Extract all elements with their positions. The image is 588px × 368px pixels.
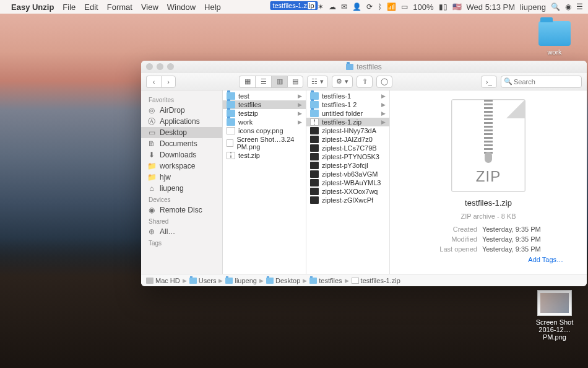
notification-icon[interactable]: ☰	[576, 2, 583, 11]
file-row[interactable]: testfiles▶	[223, 100, 306, 109]
menu-help[interactable]: Help	[204, 2, 221, 12]
view-columns-button[interactable]: ▥	[271, 76, 287, 88]
minimize-icon[interactable]	[157, 63, 163, 70]
menubar-clock[interactable]: Wed 5:13 PM	[467, 2, 516, 12]
file-row[interactable]: ziptest-JAIZd7z0	[306, 135, 389, 144]
bluetooth-icon[interactable]: ᛒ	[378, 2, 382, 11]
column-2: testfiles-1▶testfiles-1 2▶untitled folde…	[306, 90, 390, 274]
sidebar-item-label: Documents	[160, 139, 197, 148]
forward-button[interactable]: ›	[161, 76, 176, 88]
display-icon[interactable]: ▭	[401, 2, 408, 11]
file-name: untitled folder	[322, 110, 363, 117]
view-icons-button[interactable]: ▦	[239, 76, 255, 88]
file-row[interactable]: test.zip	[223, 151, 306, 160]
siri-icon[interactable]: ◉	[565, 2, 571, 11]
sidebar-item-icon: ◎	[147, 107, 156, 114]
file-row[interactable]: testzip▶	[223, 109, 306, 118]
wifi-icon[interactable]: 📶	[387, 2, 396, 11]
app-name[interactable]: Easy Unzip	[11, 2, 54, 12]
file-name: icons copy.png	[238, 127, 283, 134]
path-segment[interactable]: testfiles	[309, 277, 342, 284]
close-icon[interactable]	[146, 63, 153, 70]
back-button[interactable]: ‹	[146, 76, 161, 88]
menubar-user[interactable]: liupeng	[520, 2, 546, 12]
path-segment-label: Desktop	[275, 277, 300, 284]
preview-filename: testfiles-1.zip	[395, 198, 582, 208]
window-titlebar[interactable]: testfiles	[141, 61, 587, 73]
sidebar-item-applications[interactable]: ⒶApplications	[141, 116, 222, 127]
sync-icon[interactable]: ⟳	[366, 2, 373, 11]
term-icon	[310, 188, 319, 195]
file-row[interactable]: ziptest-vb63aVGM	[306, 170, 389, 178]
file-row[interactable]: Screen Shot…3.24 PM.png	[223, 135, 306, 151]
search-input[interactable]	[501, 76, 582, 88]
path-segment[interactable]: Desktop	[266, 277, 300, 284]
file-row[interactable]: ziptest-zGlXwcPf	[306, 196, 389, 204]
sidebar-item-icon: ⊕	[147, 228, 156, 235]
desktop-folder-work[interactable]: work	[532, 21, 577, 56]
preview-kind: ZIP archive - 8 KB	[395, 212, 582, 220]
meta-value: Yesterday, 9:35 PM	[482, 235, 541, 243]
file-row[interactable]: ziptest-XXOox7wq	[306, 187, 389, 196]
file-row[interactable]: testfiles-1.zip▶	[306, 118, 389, 126]
sidebar-item-icon: 🗎	[147, 140, 156, 147]
file-row[interactable]: ziptest-PTYNO5K3	[306, 152, 389, 161]
file-row[interactable]: untitled folder▶	[306, 109, 389, 118]
view-list-button[interactable]: ☰	[255, 76, 271, 88]
file-name: testfiles-1	[322, 92, 351, 100]
share-button[interactable]: ⇧	[357, 76, 373, 88]
view-coverflow-button[interactable]: ▤	[287, 76, 303, 88]
sidebar-item-downloads[interactable]: ⬇Downloads	[141, 149, 222, 160]
tags-button[interactable]: ◯	[376, 76, 392, 88]
cloud-icon[interactable]: ☁	[329, 2, 336, 11]
file-row[interactable]: testfiles-1▶	[306, 92, 389, 100]
path-segment[interactable]: testfiles-1.zip	[352, 277, 400, 284]
file-row[interactable]: test▶	[223, 92, 306, 100]
zoom-icon[interactable]	[167, 63, 174, 70]
chevron-right-icon: ▶	[298, 119, 302, 125]
add-tags-link[interactable]: Add Tags…	[528, 256, 563, 263]
sidebar-item-documents[interactable]: 🗎Documents	[141, 138, 222, 149]
sidebar-item-hjw[interactable]: 📁hjw	[141, 172, 222, 183]
sidebar-item-desktop[interactable]: ▭Desktop	[141, 127, 222, 138]
battery-icon[interactable]: ▮▯	[439, 2, 447, 11]
file-name: testzip	[238, 110, 258, 117]
file-name: work	[238, 118, 253, 126]
menu-window[interactable]: Window	[167, 2, 196, 12]
file-row[interactable]: ziptest-WBAuYML3	[306, 178, 389, 187]
user-icon[interactable]: 👤	[352, 2, 361, 11]
sidebar-item-workspace[interactable]: 📁workspace	[141, 160, 222, 172]
spotlight-icon[interactable]: 🔍	[551, 2, 560, 11]
path-segment[interactable]: Users	[189, 277, 217, 284]
file-row[interactable]: work▶	[223, 118, 306, 126]
input-flag-icon[interactable]: 🇺🇸	[452, 2, 462, 11]
path-segment[interactable]: liupeng	[225, 277, 256, 284]
file-row[interactable]: testfiles-1 2▶	[306, 100, 389, 109]
desktop-screenshot[interactable]: Screen Shot 2016-12…PM.png	[529, 290, 581, 341]
file-name: ziptest-HNyy73dA	[322, 127, 376, 134]
path-segment[interactable]: Mac HD	[146, 277, 180, 284]
evernote-icon[interactable]: ✶	[318, 2, 324, 11]
sidebar-item-remote-disc[interactable]: ◉Remote Disc	[141, 204, 222, 216]
wechat-icon[interactable]: ✉	[341, 2, 347, 11]
sidebar-item-airdrop[interactable]: ◎AirDrop	[141, 105, 222, 116]
file-row[interactable]: icons copy.png	[223, 126, 306, 135]
traffic-lights[interactable]	[146, 63, 174, 70]
file-row[interactable]: ziptest-pY3ofcjl	[306, 161, 389, 170]
menu-edit[interactable]: Edit	[84, 2, 98, 12]
action-button[interactable]: ⚙ ▾	[332, 76, 353, 88]
arrange-button[interactable]: ☷ ▾	[307, 76, 328, 88]
menu-file[interactable]: File	[63, 2, 76, 12]
file-row[interactable]: ziptest-LCs7C79B	[306, 144, 389, 152]
folder-icon	[227, 118, 235, 126]
file-row[interactable]: ziptest-HNyy73dA	[306, 126, 389, 135]
zip-icon	[310, 118, 319, 126]
term-icon	[310, 196, 319, 204]
sidebar-item-label: All…	[160, 227, 175, 236]
sidebar-item-all-[interactable]: ⊕All…	[141, 226, 222, 237]
terminal-button[interactable]: ›_	[481, 76, 497, 88]
battery-percent[interactable]: 100%	[413, 2, 433, 12]
menu-format[interactable]: Format	[107, 2, 132, 12]
menu-view[interactable]: View	[141, 2, 158, 12]
sidebar-item-liupeng[interactable]: ⌂liupeng	[141, 183, 222, 194]
